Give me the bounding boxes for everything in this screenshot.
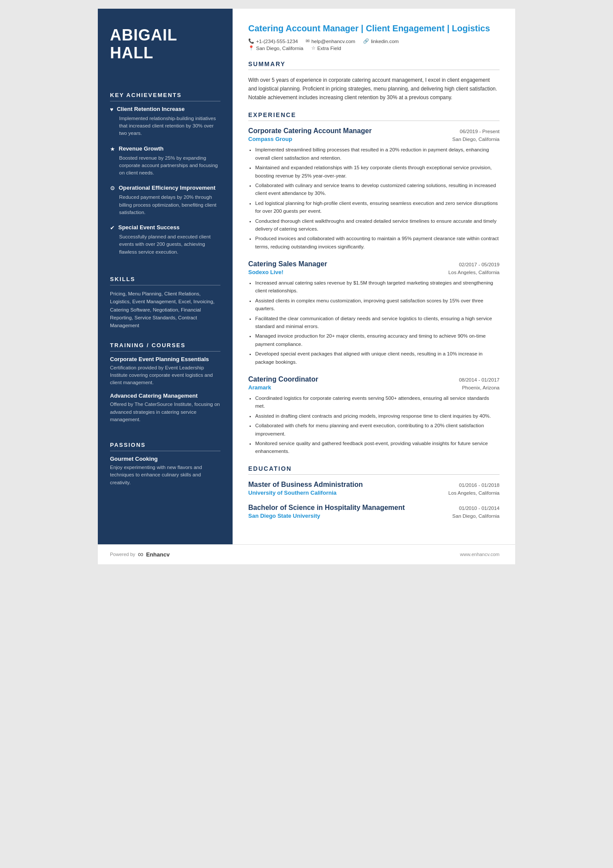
skills-title: SKILLS: [110, 276, 220, 285]
exp-title-row: Catering Sales Manager 02/2017 - 05/2019: [248, 260, 500, 268]
enhancv-infinity-icon: ∞: [138, 550, 143, 559]
achievement-item: ✔ Special Event Success Successfully pla…: [110, 224, 220, 256]
achievement-item: ⚙ Operational Efficiency Improvement Red…: [110, 184, 220, 216]
bullet-item: Conducted thorough client walkthroughs a…: [255, 217, 500, 233]
training-title: Corporate Event Planning Essentials: [110, 356, 220, 362]
experience-block: Catering Sales Manager 02/2017 - 05/2019…: [248, 260, 500, 366]
achievement-header: ♥ Client Retention Increase: [110, 106, 220, 113]
education-list: Master of Business Administration 01/201…: [248, 481, 500, 519]
footer-website: www.enhancv.com: [460, 552, 500, 557]
training-item: Corporate Event Planning Essentials Cert…: [110, 356, 220, 387]
bullet-item: Increased annual catering sales revenue …: [255, 279, 500, 295]
achievement-desc: Successfully planned and executed client…: [110, 233, 220, 256]
job-title: Catering Account Manager | Client Engage…: [248, 23, 500, 34]
contact-extra: ☆ Extra Field: [311, 45, 341, 51]
exp-bullets: Coordinated logistics for corporate cate…: [248, 394, 500, 456]
achievement-desc: Reduced payment delays by 20% through bi…: [110, 194, 220, 216]
edu-degree: Bachelor of Science in Hospitality Manag…: [248, 504, 405, 512]
passions-list: Gourmet Cooking Enjoy experimenting with…: [110, 456, 220, 486]
exp-date: 06/2019 - Present: [460, 129, 500, 134]
training-title: Advanced Catering Management: [110, 392, 220, 399]
contact-location: 📍 San Diego, California: [248, 45, 303, 51]
achievement-icon: ♥: [110, 106, 113, 113]
achievement-desc: Boosted revenue by 25% by expanding corp…: [110, 154, 220, 177]
bullet-item: Led logistical planning for high-profile…: [255, 199, 500, 215]
exp-bullets: Implemented streamlined billing processe…: [248, 146, 500, 251]
resume-footer: Powered by ∞ Enhancv www.enhancv.com: [98, 544, 515, 564]
training-title: TRAINING / COURSES: [110, 342, 220, 352]
exp-company: Compass Group: [248, 136, 292, 142]
edu-location: San Diego, California: [452, 513, 500, 519]
bullet-item: Produced invoices and collaborated with …: [255, 235, 500, 251]
edu-title-row: Master of Business Administration 01/201…: [248, 481, 500, 489]
resume-wrapper: ABIGAIL HALL KEY ACHIEVEMENTS ♥ Client R…: [98, 9, 515, 564]
edu-degree: Master of Business Administration: [248, 481, 363, 489]
achievement-title: Revenue Growth: [119, 145, 163, 152]
sidebar: ABIGAIL HALL KEY ACHIEVEMENTS ♥ Client R…: [98, 9, 233, 544]
bullet-item: Collaborated with culinary and service t…: [255, 181, 500, 198]
powered-by-text: Powered by: [110, 552, 135, 557]
linkedin-icon: 🔗: [363, 38, 369, 44]
footer-left: Powered by ∞ Enhancv: [110, 550, 170, 559]
training-desc: Offered by The CaterSource Institute, fo…: [110, 401, 220, 423]
exp-company-row: Compass Group San Diego, California: [248, 136, 500, 142]
achievement-item: ★ Revenue Growth Boosted revenue by 25% …: [110, 145, 220, 177]
achievement-header: ★ Revenue Growth: [110, 145, 220, 152]
edu-school-row: San Diego State University San Diego, Ca…: [248, 513, 500, 519]
achievement-title: Special Event Success: [118, 224, 180, 231]
exp-title-row: Corporate Catering Account Manager 06/20…: [248, 127, 500, 135]
bullet-item: Assisted clients in complex menu customi…: [255, 297, 500, 313]
extra-icon: ☆: [311, 45, 316, 51]
achievement-title: Client Retention Increase: [117, 106, 185, 112]
training-desc: Certification provided by Event Leadersh…: [110, 364, 220, 387]
passion-title: Gourmet Cooking: [110, 456, 220, 462]
exp-company-row: Aramark Phoenix, Arizona: [248, 384, 500, 391]
edu-title-row: Bachelor of Science in Hospitality Manag…: [248, 504, 500, 512]
achievements-title: KEY ACHIEVEMENTS: [110, 92, 220, 101]
resume-body: ABIGAIL HALL KEY ACHIEVEMENTS ♥ Client R…: [98, 9, 515, 544]
exp-location: San Diego, California: [452, 137, 500, 142]
enhancv-brand: Enhancv: [146, 551, 170, 558]
achievement-icon: ★: [110, 146, 115, 152]
experience-block: Catering Coordinator 08/2014 - 01/2017 A…: [248, 375, 500, 456]
experience-block: Corporate Catering Account Manager 06/20…: [248, 127, 500, 251]
bullet-item: Collaborated with chefs for menu plannin…: [255, 422, 500, 438]
training-item: Advanced Catering Management Offered by …: [110, 392, 220, 423]
candidate-name: ABIGAIL HALL: [110, 26, 220, 62]
exp-title-row: Catering Coordinator 08/2014 - 01/2017: [248, 375, 500, 383]
main-content: Catering Account Manager | Client Engage…: [233, 9, 515, 544]
exp-company: Aramark: [248, 384, 271, 391]
edu-school-row: University of Southern California Los An…: [248, 489, 500, 496]
email-icon: ✉: [306, 38, 310, 44]
exp-job-title: Catering Coordinator: [248, 375, 318, 383]
exp-date: 02/2017 - 05/2019: [459, 262, 500, 267]
contact-row-1: 📞 +1-(234)-555-1234 ✉ help@enhancv.com 🔗…: [248, 38, 500, 44]
passion-item: Gourmet Cooking Enjoy experimenting with…: [110, 456, 220, 486]
achievements-list: ♥ Client Retention Increase Implemented …: [110, 106, 220, 264]
achievement-desc: Implemented relationship-building initia…: [110, 115, 220, 137]
exp-company: Sodexo Live!: [248, 269, 283, 275]
education-block: Bachelor of Science in Hospitality Manag…: [248, 504, 500, 519]
location-icon: 📍: [248, 45, 254, 51]
edu-date: 01/2016 - 01/2018: [459, 483, 500, 488]
edu-school: San Diego State University: [248, 513, 320, 519]
contact-email: ✉ help@enhancv.com: [306, 38, 355, 44]
bullet-item: Managed invoice production for 20+ major…: [255, 332, 500, 348]
bullet-item: Coordinated logistics for corporate cate…: [255, 394, 500, 410]
education-block: Master of Business Administration 01/201…: [248, 481, 500, 496]
bullet-item: Developed special event packages that al…: [255, 350, 500, 366]
bullet-item: Monitored service quality and gathered f…: [255, 439, 500, 456]
achievement-item: ♥ Client Retention Increase Implemented …: [110, 106, 220, 137]
edu-school: University of Southern California: [248, 489, 336, 496]
skills-text: Pricing, Menu Planning, Client Relations…: [110, 290, 220, 330]
exp-date: 08/2014 - 01/2017: [459, 377, 500, 382]
main-header: Catering Account Manager | Client Engage…: [248, 23, 500, 51]
bullet-item: Implemented streamlined billing processe…: [255, 146, 500, 162]
exp-bullets: Increased annual catering sales revenue …: [248, 279, 500, 366]
edu-date: 01/2010 - 01/2014: [459, 506, 500, 511]
phone-icon: 📞: [248, 38, 254, 44]
training-list: Corporate Event Planning Essentials Cert…: [110, 356, 220, 430]
achievement-icon: ⚙: [110, 185, 115, 191]
bullet-item: Assisted in drafting client contracts an…: [255, 412, 500, 420]
passions-title: PASSIONS: [110, 442, 220, 451]
